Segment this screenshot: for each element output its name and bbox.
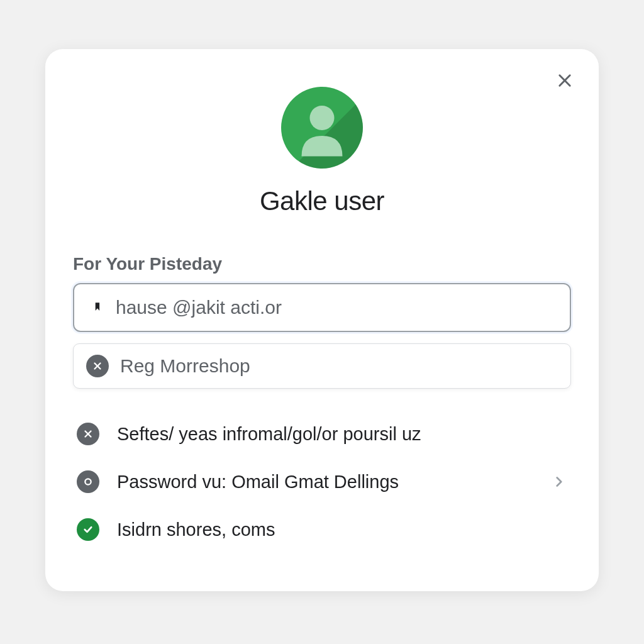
close-icon [556,72,574,89]
options-list: Seftes/ yeas infromal/gol/or poursil uz … [73,410,571,553]
dialog-title: Gakle user [260,186,384,216]
chevron-right-icon [551,474,567,490]
section-label: For Your Pisteday [73,254,571,274]
svg-point-2 [310,106,335,130]
list-item-label: Seftes/ yeas infromal/gol/or poursil uz [117,424,567,445]
chip-label: Reg Morreshop [120,355,250,377]
suggestion-chip[interactable]: Reg Morreshop [73,343,571,389]
cursor-icon [91,301,104,314]
dialog-card: Gakle user For Your Pisteday Reg Morresh… [45,49,599,591]
avatar [281,87,363,169]
chip-remove-icon[interactable] [86,355,109,377]
person-icon [281,87,363,169]
avatar-section: Gakle user [73,87,571,216]
list-item[interactable]: Seftes/ yeas infromal/gol/or poursil uz [73,410,571,458]
check-status-icon [77,518,99,541]
email-input-box[interactable] [73,283,571,332]
list-item[interactable]: Isidrn shores, coms [73,506,571,553]
x-icon [82,428,94,440]
email-input[interactable] [116,297,553,318]
check-icon [82,524,94,535]
list-item-label: Isidrn shores, coms [117,519,567,540]
circle-icon [84,477,92,486]
circle-status-icon [77,470,99,493]
x-icon [92,360,103,372]
list-item-label: Password vu: Omail Gmat Dellings [117,472,551,492]
svg-point-7 [85,479,91,484]
x-status-icon [77,423,99,445]
close-button[interactable] [552,68,577,93]
list-item[interactable]: Password vu: Omail Gmat Dellings [73,458,571,506]
